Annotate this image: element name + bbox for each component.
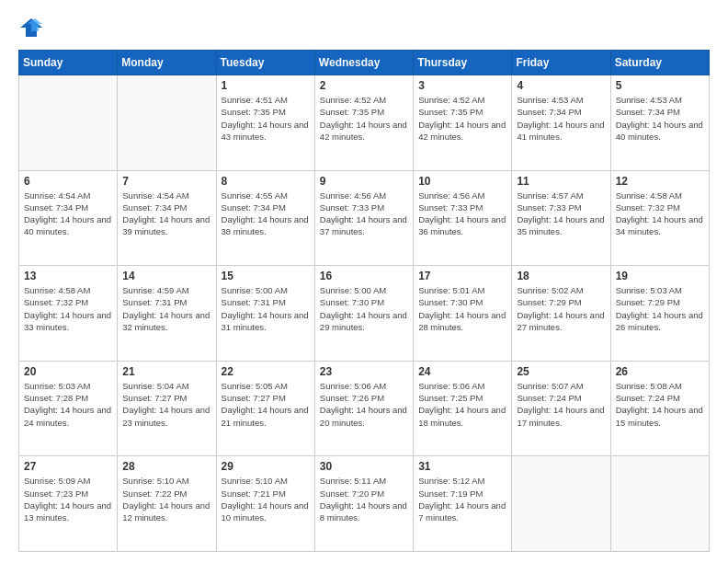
day-info: Sunrise: 5:06 AMSunset: 7:25 PMDaylight:… [418, 380, 506, 429]
day-info: Sunrise: 4:52 AMSunset: 7:35 PMDaylight:… [418, 94, 506, 143]
day-number: 18 [517, 270, 605, 282]
calendar-cell: 21Sunrise: 5:04 AMSunset: 7:27 PMDayligh… [118, 361, 216, 456]
calendar-cell [610, 456, 709, 552]
calendar-cell [118, 75, 216, 171]
calendar-cell: 26Sunrise: 5:08 AMSunset: 7:24 PMDayligh… [610, 361, 709, 456]
day-info: Sunrise: 5:12 AMSunset: 7:19 PMDaylight:… [418, 475, 506, 523]
day-number: 29 [222, 460, 310, 473]
day-number: 6 [24, 175, 112, 188]
day-number: 15 [222, 270, 310, 282]
day-number: 16 [320, 270, 408, 282]
day-number: 31 [418, 460, 506, 473]
day-info: Sunrise: 4:58 AMSunset: 7:32 PMDaylight:… [24, 284, 112, 333]
day-info: Sunrise: 5:09 AMSunset: 7:23 PMDaylight:… [24, 475, 112, 523]
day-info: Sunrise: 5:10 AMSunset: 7:21 PMDaylight:… [222, 475, 310, 523]
calendar-cell: 5Sunrise: 4:53 AMSunset: 7:34 PMDaylight… [610, 75, 709, 171]
day-info: Sunrise: 4:58 AMSunset: 7:32 PMDaylight:… [616, 190, 704, 238]
calendar-cell: 22Sunrise: 5:05 AMSunset: 7:27 PMDayligh… [216, 361, 314, 456]
page: SundayMondayTuesdayWednesdayThursdayFrid… [0, 0, 728, 563]
calendar-cell: 15Sunrise: 5:00 AMSunset: 7:31 PMDayligh… [216, 266, 314, 362]
day-info: Sunrise: 5:00 AMSunset: 7:31 PMDaylight:… [222, 284, 310, 333]
logo-icon [18, 15, 44, 40]
day-info: Sunrise: 4:53 AMSunset: 7:34 PMDaylight:… [616, 94, 704, 143]
weekday-header-thursday: Thursday [414, 51, 512, 75]
day-info: Sunrise: 5:07 AMSunset: 7:24 PMDaylight:… [517, 380, 605, 429]
day-number: 13 [24, 270, 112, 282]
day-info: Sunrise: 5:05 AMSunset: 7:27 PMDaylight:… [222, 380, 310, 429]
day-info: Sunrise: 5:03 AMSunset: 7:28 PMDaylight:… [24, 380, 112, 429]
day-info: Sunrise: 4:52 AMSunset: 7:35 PMDaylight:… [320, 94, 408, 143]
day-number: 24 [418, 365, 506, 378]
day-number: 1 [222, 79, 310, 92]
day-number: 5 [616, 79, 704, 92]
calendar-cell: 17Sunrise: 5:01 AMSunset: 7:30 PMDayligh… [414, 266, 512, 362]
day-number: 14 [122, 270, 210, 282]
day-info: Sunrise: 4:53 AMSunset: 7:34 PMDaylight:… [517, 94, 605, 143]
day-number: 23 [320, 365, 408, 378]
calendar-cell: 18Sunrise: 5:02 AMSunset: 7:29 PMDayligh… [512, 266, 610, 362]
day-number: 26 [616, 365, 704, 378]
week-row-1: 1Sunrise: 4:51 AMSunset: 7:35 PMDaylight… [19, 75, 710, 171]
day-number: 8 [222, 175, 310, 188]
calendar-cell: 31Sunrise: 5:12 AMSunset: 7:19 PMDayligh… [414, 456, 512, 552]
weekday-header-saturday: Saturday [610, 51, 709, 75]
calendar-cell: 20Sunrise: 5:03 AMSunset: 7:28 PMDayligh… [19, 361, 118, 456]
day-number: 27 [24, 460, 112, 473]
week-row-5: 27Sunrise: 5:09 AMSunset: 7:23 PMDayligh… [19, 456, 710, 552]
day-info: Sunrise: 4:57 AMSunset: 7:33 PMDaylight:… [517, 190, 605, 238]
calendar-cell [512, 456, 610, 552]
weekday-header-friday: Friday [512, 51, 610, 75]
calendar-cell: 29Sunrise: 5:10 AMSunset: 7:21 PMDayligh… [216, 456, 314, 552]
logo [18, 15, 48, 40]
day-number: 22 [222, 365, 310, 378]
calendar-cell: 2Sunrise: 4:52 AMSunset: 7:35 PMDaylight… [314, 75, 413, 171]
calendar-cell: 6Sunrise: 4:54 AMSunset: 7:34 PMDaylight… [19, 170, 118, 266]
day-number: 7 [122, 175, 210, 188]
day-number: 17 [418, 270, 506, 282]
calendar-cell: 27Sunrise: 5:09 AMSunset: 7:23 PMDayligh… [19, 456, 118, 552]
calendar-cell: 24Sunrise: 5:06 AMSunset: 7:25 PMDayligh… [414, 361, 512, 456]
calendar-cell: 25Sunrise: 5:07 AMSunset: 7:24 PMDayligh… [512, 361, 610, 456]
calendar-cell: 16Sunrise: 5:00 AMSunset: 7:30 PMDayligh… [314, 266, 413, 362]
day-info: Sunrise: 4:55 AMSunset: 7:34 PMDaylight:… [222, 190, 310, 238]
day-number: 3 [418, 79, 506, 92]
calendar-cell [19, 75, 118, 171]
day-number: 2 [320, 79, 408, 92]
day-info: Sunrise: 5:10 AMSunset: 7:22 PMDaylight:… [122, 475, 210, 523]
day-info: Sunrise: 5:06 AMSunset: 7:26 PMDaylight:… [320, 380, 408, 429]
calendar-cell: 23Sunrise: 5:06 AMSunset: 7:26 PMDayligh… [314, 361, 413, 456]
day-info: Sunrise: 4:59 AMSunset: 7:31 PMDaylight:… [122, 284, 210, 333]
calendar-cell: 13Sunrise: 4:58 AMSunset: 7:32 PMDayligh… [19, 266, 118, 362]
day-number: 9 [320, 175, 408, 188]
day-info: Sunrise: 4:51 AMSunset: 7:35 PMDaylight:… [222, 94, 310, 143]
weekday-header-sunday: Sunday [19, 51, 118, 75]
day-number: 30 [320, 460, 408, 473]
day-info: Sunrise: 4:56 AMSunset: 7:33 PMDaylight:… [418, 190, 506, 238]
week-row-4: 20Sunrise: 5:03 AMSunset: 7:28 PMDayligh… [19, 361, 710, 456]
calendar-cell: 8Sunrise: 4:55 AMSunset: 7:34 PMDaylight… [216, 170, 314, 266]
day-info: Sunrise: 5:02 AMSunset: 7:29 PMDaylight:… [517, 284, 605, 333]
calendar-cell: 10Sunrise: 4:56 AMSunset: 7:33 PMDayligh… [414, 170, 512, 266]
calendar-cell: 30Sunrise: 5:11 AMSunset: 7:20 PMDayligh… [314, 456, 413, 552]
day-info: Sunrise: 5:08 AMSunset: 7:24 PMDaylight:… [616, 380, 704, 429]
calendar-cell: 28Sunrise: 5:10 AMSunset: 7:22 PMDayligh… [118, 456, 216, 552]
day-info: Sunrise: 5:00 AMSunset: 7:30 PMDaylight:… [320, 284, 408, 333]
weekday-header-tuesday: Tuesday [216, 51, 314, 75]
day-number: 20 [24, 365, 112, 378]
day-number: 19 [616, 270, 704, 282]
day-number: 21 [122, 365, 210, 378]
day-number: 12 [616, 175, 704, 188]
day-info: Sunrise: 4:54 AMSunset: 7:34 PMDaylight:… [122, 190, 210, 238]
day-info: Sunrise: 4:54 AMSunset: 7:34 PMDaylight:… [24, 190, 112, 238]
header [18, 15, 710, 40]
week-row-3: 13Sunrise: 4:58 AMSunset: 7:32 PMDayligh… [19, 266, 710, 362]
day-number: 25 [517, 365, 605, 378]
calendar-cell: 19Sunrise: 5:03 AMSunset: 7:29 PMDayligh… [610, 266, 709, 362]
calendar-cell: 1Sunrise: 4:51 AMSunset: 7:35 PMDaylight… [216, 75, 314, 171]
day-info: Sunrise: 5:01 AMSunset: 7:30 PMDaylight:… [418, 284, 506, 333]
calendar-table: SundayMondayTuesdayWednesdayThursdayFrid… [18, 50, 710, 552]
day-info: Sunrise: 5:03 AMSunset: 7:29 PMDaylight:… [616, 284, 704, 333]
calendar-cell: 11Sunrise: 4:57 AMSunset: 7:33 PMDayligh… [512, 170, 610, 266]
day-number: 11 [517, 175, 605, 188]
day-number: 28 [122, 460, 210, 473]
